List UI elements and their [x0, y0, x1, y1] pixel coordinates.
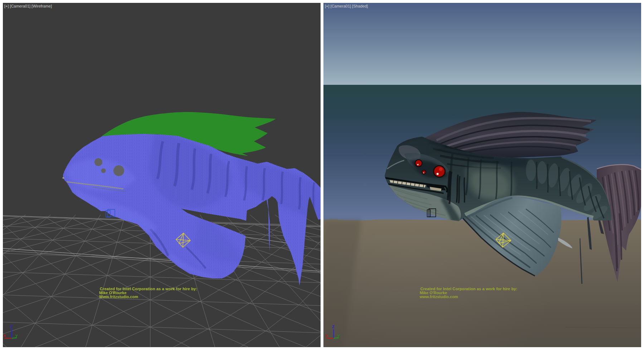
svg-text:Www.fritzstudio.com: Www.fritzstudio.com — [99, 295, 138, 299]
svg-text:y: y — [337, 333, 340, 337]
svg-text:[+] [Camera01] [Wireframe]: [+] [Camera01] [Wireframe] — [4, 4, 52, 8]
svg-text:www.fritzstudio.com: www.fritzstudio.com — [419, 295, 458, 299]
svg-text:y: y — [15, 333, 18, 337]
svg-text:X: X — [3, 334, 6, 338]
svg-text:[+] [Camera01] [Shaded]: [+] [Camera01] [Shaded] — [325, 4, 368, 8]
svg-text:X: X — [325, 334, 328, 338]
svg-text:Z: Z — [10, 325, 13, 329]
svg-text:Z: Z — [332, 325, 335, 329]
